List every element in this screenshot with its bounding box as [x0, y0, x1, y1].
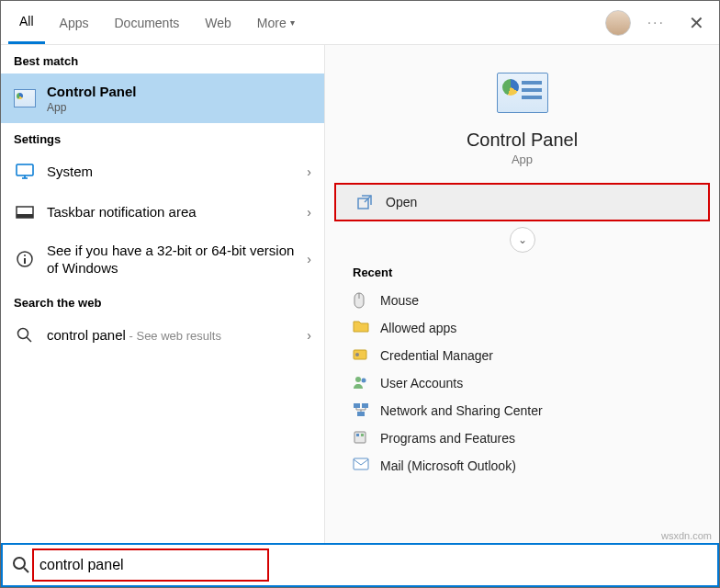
control-panel-icon [14, 87, 36, 109]
tab-apps[interactable]: Apps [49, 1, 100, 44]
recent-mouse[interactable]: Mouse [325, 287, 719, 314]
svg-rect-5 [24, 258, 26, 264]
svg-rect-14 [354, 403, 360, 408]
svg-rect-16 [357, 412, 365, 416]
control-panel-hero-icon [497, 73, 548, 113]
tab-more[interactable]: More▾ [246, 1, 306, 44]
recent-mail-outlook[interactable]: Mail (Microsoft Outlook) [325, 452, 719, 480]
recent-network-sharing[interactable]: Network and Sharing Center [325, 397, 719, 424]
svg-point-11 [355, 353, 359, 356]
svg-rect-17 [354, 432, 366, 443]
svg-point-6 [18, 328, 28, 338]
svg-point-21 [14, 558, 25, 569]
recent-label: Mail (Microsoft Outlook) [380, 458, 516, 473]
results-panel: Best match Control Panel App Settings Sy… [1, 45, 324, 543]
search-input[interactable] [39, 545, 717, 585]
recent-programs-features[interactable]: Programs and Features [325, 424, 719, 452]
chevron-right-icon: › [307, 205, 311, 220]
svg-rect-18 [356, 434, 359, 436]
recent-label: Network and Sharing Center [380, 403, 543, 418]
svg-rect-2 [17, 214, 33, 218]
result-control-panel[interactable]: Control Panel App [1, 74, 324, 123]
result-subtitle: App [47, 101, 311, 114]
open-action[interactable]: Open [334, 183, 710, 221]
user-avatar[interactable] [605, 10, 631, 36]
best-match-label: Best match [1, 45, 324, 74]
web-label: Search the web [1, 287, 324, 315]
result-title: Taskbar notification area [47, 203, 296, 221]
search-icon [3, 556, 39, 574]
mouse-icon [353, 292, 369, 309]
recent-credential-manager[interactable]: Credential Manager [325, 342, 719, 369]
result-system[interactable]: System › [1, 152, 324, 192]
svg-point-4 [24, 254, 26, 256]
expand-toggle[interactable]: ⌄ [510, 227, 535, 253]
result-title: See if you have a 32-bit or 64-bit versi… [47, 242, 296, 277]
users-icon [353, 375, 369, 391]
result-title: System [47, 163, 296, 181]
recent-label: Mouse [380, 293, 419, 308]
preview-panel: Control Panel App Open ⌄ Recent Mouse Al… [324, 45, 719, 543]
recent-label: Credential Manager [380, 348, 493, 363]
recent-label: Allowed apps [380, 321, 456, 335]
svg-rect-20 [354, 458, 368, 469]
network-icon [353, 402, 369, 419]
svg-point-12 [355, 377, 361, 382]
settings-label: Settings [1, 123, 324, 152]
chevron-down-icon: ▾ [290, 17, 295, 28]
preview-hero: Control Panel App [325, 45, 719, 181]
search-bar[interactable] [1, 543, 719, 587]
svg-rect-19 [361, 434, 364, 436]
mail-icon [353, 458, 369, 474]
result-title: control panel [47, 327, 126, 343]
recent-label: Recent [325, 262, 719, 287]
folder-icon [353, 320, 369, 336]
more-options-icon[interactable]: ··· [647, 15, 665, 31]
svg-rect-0 [17, 164, 33, 175]
monitor-icon [14, 161, 36, 183]
web-hint: - See web results [126, 329, 221, 343]
recent-label: User Accounts [380, 376, 463, 390]
result-taskbar-notification[interactable]: Taskbar notification area › [1, 192, 324, 232]
recent-user-accounts[interactable]: User Accounts [325, 369, 719, 397]
tab-web[interactable]: Web [194, 1, 242, 44]
svg-rect-15 [362, 403, 368, 408]
chevron-down-icon: ⌄ [518, 233, 527, 246]
search-header: All Apps Documents Web More▾ ··· ✕ [1, 1, 719, 45]
search-icon [14, 324, 36, 346]
chevron-right-icon: › [307, 328, 311, 343]
filter-tabs: All Apps Documents Web More▾ [8, 1, 306, 44]
credential-icon [353, 347, 369, 364]
preview-title: Control Panel [325, 130, 719, 151]
open-icon [356, 194, 373, 210]
chevron-right-icon: › [307, 252, 311, 266]
preview-subtitle: App [325, 153, 719, 166]
recent-label: Programs and Features [380, 431, 515, 446]
programs-icon [353, 430, 369, 447]
tab-all[interactable]: All [8, 1, 45, 44]
open-label: Open [386, 195, 417, 209]
recent-allowed-apps[interactable]: Allowed apps [325, 314, 719, 342]
svg-point-13 [362, 379, 366, 383]
result-system-type[interactable]: See if you have a 32-bit or 64-bit versi… [1, 232, 324, 287]
watermark: wsxdn.com [661, 530, 712, 541]
result-title: Control Panel [47, 83, 311, 101]
taskbar-icon [14, 201, 36, 223]
chevron-right-icon: › [307, 164, 311, 179]
tab-documents[interactable]: Documents [103, 1, 190, 44]
info-icon [14, 248, 36, 270]
close-icon[interactable]: ✕ [681, 12, 712, 34]
result-web-search[interactable]: control panel - See web results › [1, 315, 324, 356]
